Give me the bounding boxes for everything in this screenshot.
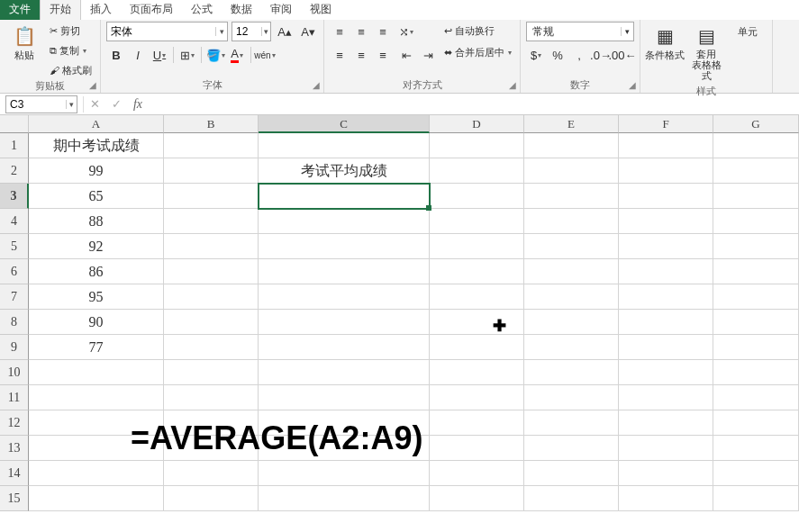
cell-B5[interactable]: [164, 234, 259, 259]
cell-A8[interactable]: 90: [29, 310, 164, 335]
cell-B15[interactable]: [164, 486, 259, 511]
col-header-E[interactable]: E: [524, 115, 619, 133]
align-bottom-button[interactable]: ≡: [373, 22, 393, 41]
cell-E14[interactable]: [524, 461, 619, 486]
col-header-A[interactable]: A: [29, 115, 164, 133]
align-top-button[interactable]: ≡: [330, 22, 350, 41]
cell-B7[interactable]: [164, 284, 259, 310]
accounting-button[interactable]: $▾: [526, 45, 546, 65]
select-all-corner[interactable]: [0, 115, 29, 133]
cell-A2[interactable]: 99: [29, 158, 164, 184]
cell-A3[interactable]: 65: [29, 184, 164, 209]
cell-G14[interactable]: [713, 461, 799, 486]
cell-C9[interactable]: [259, 335, 430, 360]
cell-D15[interactable]: [430, 486, 524, 511]
row-header-2[interactable]: 2: [0, 158, 29, 184]
row-header-15[interactable]: 15: [0, 486, 29, 511]
wrap-text-button[interactable]: ↩自动换行: [441, 22, 514, 40]
align-right-button[interactable]: ≡: [373, 45, 393, 65]
row-header-7[interactable]: 7: [0, 284, 29, 310]
number-format-combo[interactable]: 常规▾: [526, 22, 634, 41]
clipboard-dialog-launcher[interactable]: ◢: [87, 80, 98, 91]
format-as-table-button[interactable]: ▤ 套用 表格格式: [687, 22, 725, 85]
cell-D11[interactable]: [430, 385, 524, 410]
cell-E1[interactable]: [524, 133, 619, 158]
cell-B4[interactable]: [164, 209, 259, 234]
cell-G8[interactable]: [713, 310, 799, 335]
cell-E9[interactable]: [524, 335, 619, 360]
cell-A14[interactable]: [29, 461, 164, 486]
border-button[interactable]: ⊞▾: [177, 45, 197, 65]
cell-E6[interactable]: [524, 259, 619, 284]
name-box[interactable]: ▾: [5, 95, 77, 113]
alignment-dialog-launcher[interactable]: ◢: [507, 80, 518, 91]
cell-B3[interactable]: [164, 184, 259, 209]
align-middle-button[interactable]: ≡: [351, 22, 371, 41]
align-left-button[interactable]: ≡: [330, 45, 350, 65]
font-name-combo[interactable]: ▾: [106, 22, 228, 41]
cell-C5[interactable]: [259, 234, 430, 259]
cell-C11[interactable]: [259, 385, 430, 410]
fill-handle[interactable]: [426, 205, 431, 211]
decrease-decimal-button[interactable]: .00←: [613, 45, 632, 65]
row-header-14[interactable]: 14: [0, 461, 29, 486]
increase-indent-button[interactable]: ⇥: [418, 45, 438, 65]
cell-C2[interactable]: 考试平均成绩: [259, 158, 430, 184]
font-color-button[interactable]: A▾: [227, 45, 247, 65]
cell-B2[interactable]: [164, 158, 259, 184]
paste-button[interactable]: 📋 粘贴: [5, 22, 43, 66]
cell-E8[interactable]: [524, 310, 619, 335]
cell-F9[interactable]: [619, 335, 713, 360]
number-dialog-launcher[interactable]: ◢: [627, 80, 638, 91]
cell-F12[interactable]: [619, 410, 713, 436]
cell-A11[interactable]: [29, 385, 164, 410]
cell-F5[interactable]: [619, 234, 713, 259]
pinyin-button[interactable]: wén▾: [255, 45, 275, 65]
merge-center-button[interactable]: ⬌合并后居中▾: [441, 43, 514, 61]
cell-A5[interactable]: 92: [29, 234, 164, 259]
cell-G7[interactable]: [713, 284, 799, 310]
cell-B9[interactable]: [164, 335, 259, 360]
cell-C8[interactable]: [259, 310, 430, 335]
cell-C14[interactable]: [259, 461, 430, 486]
cell-A7[interactable]: 95: [29, 284, 164, 310]
cell-E5[interactable]: [524, 234, 619, 259]
cell-E15[interactable]: [524, 486, 619, 511]
tab-insert[interactable]: 插入: [81, 0, 121, 20]
cell-A1[interactable]: 期中考试成绩: [29, 133, 164, 158]
cell-C4[interactable]: [259, 209, 430, 234]
cell-A4[interactable]: 88: [29, 209, 164, 234]
row-header-11[interactable]: 11: [0, 385, 29, 410]
cell-F15[interactable]: [619, 486, 713, 511]
cell-F11[interactable]: [619, 385, 713, 410]
italic-button[interactable]: I: [128, 45, 148, 65]
cell-D7[interactable]: [430, 284, 524, 310]
tab-view[interactable]: 视图: [301, 0, 340, 20]
cell-E13[interactable]: [524, 436, 619, 461]
cell-C1[interactable]: [259, 133, 430, 158]
cell-G9[interactable]: [713, 335, 799, 360]
row-header-10[interactable]: 10: [0, 360, 29, 385]
cell-F3[interactable]: [619, 184, 713, 209]
tab-data[interactable]: 数据: [222, 0, 261, 20]
col-header-F[interactable]: F: [619, 115, 713, 133]
col-header-G[interactable]: G: [713, 115, 799, 133]
cell-F4[interactable]: [619, 209, 713, 234]
cell-F2[interactable]: [619, 158, 713, 184]
cell-styles-button[interactable]: 单元: [729, 22, 767, 42]
row-header-13[interactable]: 13: [0, 436, 29, 461]
cell-D1[interactable]: [430, 133, 524, 158]
cell-G2[interactable]: [713, 158, 799, 184]
tab-home[interactable]: 开始: [40, 0, 81, 20]
cell-E12[interactable]: [524, 410, 619, 436]
cell-D8[interactable]: [430, 310, 524, 335]
cell-F10[interactable]: [619, 360, 713, 385]
row-header-8[interactable]: 8: [0, 310, 29, 335]
bold-button[interactable]: B: [106, 45, 126, 65]
cell-A6[interactable]: 86: [29, 259, 164, 284]
col-header-D[interactable]: D: [430, 115, 524, 133]
format-painter-button[interactable]: 🖌格式刷: [47, 61, 95, 79]
orientation-button[interactable]: ⤭▾: [396, 22, 416, 41]
cell-G15[interactable]: [713, 486, 799, 511]
copy-button[interactable]: ⧉复制▾: [47, 41, 95, 59]
